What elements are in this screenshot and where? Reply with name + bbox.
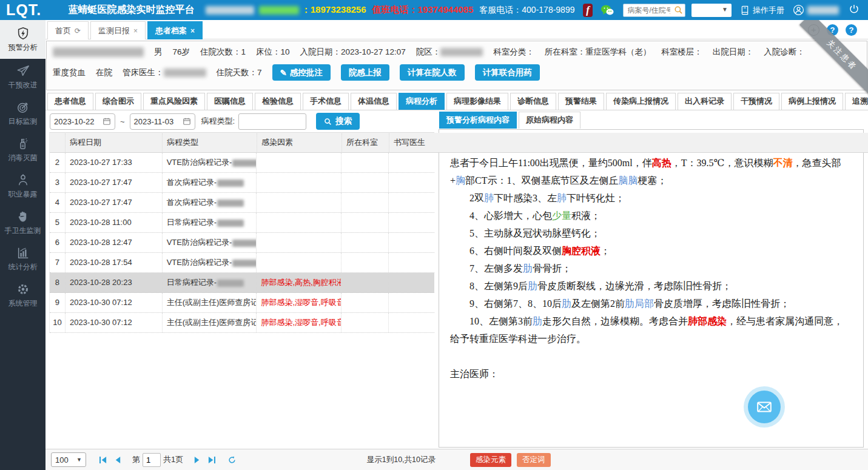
- course-text-line: [450, 347, 852, 365]
- cell-row-number: 5: [50, 213, 66, 232]
- close-icon[interactable]: ×: [190, 27, 195, 35]
- detail-tab-11[interactable]: 预警结果: [558, 93, 604, 110]
- table-row[interactable]: 92023-10-30 07:12主任(或副主任)医师查房记录肺部感染,湿啰音,…: [50, 293, 434, 313]
- detail-tab-15[interactable]: 病例上报情况: [781, 93, 843, 110]
- table-row[interactable]: 42023-10-27 17:47首次病程记录-: [50, 193, 434, 213]
- detail-tab-14[interactable]: 干预情况: [733, 93, 779, 110]
- page-number-input[interactable]: [143, 453, 161, 467]
- patient-field-2: 男: [154, 47, 163, 58]
- course-text: 5、主动脉及冠状动脉壁钙化；: [469, 228, 601, 238]
- search-button[interactable]: 搜索: [316, 113, 360, 130]
- sidebar-item-5[interactable]: 职业暴露: [0, 168, 45, 204]
- refresh-icon[interactable]: [227, 455, 237, 465]
- course-text: 积液；: [571, 210, 601, 221]
- keyword-blue: 肋: [523, 263, 533, 274]
- last-page-button[interactable]: [207, 456, 216, 464]
- detail-tab-8[interactable]: 病程分析: [399, 93, 445, 110]
- keyword-blue: 肺: [557, 193, 567, 203]
- sidebar-item-1[interactable]: 预警分析: [0, 20, 45, 59]
- cell-department: [341, 173, 389, 192]
- content-tab-2[interactable]: 原始病程内容: [519, 112, 580, 129]
- detail-tab-12[interactable]: 传染病上报情况: [606, 93, 676, 110]
- detail-tab-5[interactable]: 检验信息: [255, 93, 301, 110]
- user-menu[interactable]: [793, 4, 839, 16]
- header-dropdown[interactable]: ▼: [691, 4, 732, 17]
- table-row[interactable]: 82023-10-28 20:23日常病程记录-肺部感染,高热,胸腔积液: [50, 273, 434, 293]
- cell-doctor: [389, 153, 434, 172]
- detail-tab-9[interactable]: 病理影像结果: [446, 93, 508, 110]
- cell-doctor: [389, 233, 434, 252]
- cell-row-number: 4: [50, 193, 66, 212]
- keyword-blue: 胸: [456, 175, 465, 186]
- table-row[interactable]: 102023-10-30 07:12主任(或副主任)医师查房记录肺部感染,湿啰音…: [50, 313, 434, 333]
- detail-tab-3[interactable]: 重点风险因素: [143, 93, 205, 110]
- table-row[interactable]: 32023-10-27 17:47首次病程记录-: [50, 173, 434, 193]
- detail-tab-4[interactable]: 医嘱信息: [207, 93, 253, 110]
- cell-doctor: [389, 313, 434, 332]
- prev-page-button[interactable]: [114, 456, 122, 464]
- sidebar-item-4[interactable]: 消毒灭菌: [0, 132, 45, 168]
- table-row[interactable]: 72023-10-28 17:54VTE防治病程记录-: [50, 253, 434, 273]
- manual-button[interactable]: 操作手册: [740, 5, 784, 16]
- calc-combined-meds-button[interactable]: 计算联合用药: [475, 64, 540, 81]
- sidebar-item-2[interactable]: 干预改进: [0, 59, 45, 95]
- infection-elements-button[interactable]: 感染元素: [470, 453, 511, 467]
- nav-tab-2[interactable]: 监测日报×: [90, 21, 146, 39]
- nav-tab-1[interactable]: 首页⟳: [47, 21, 89, 39]
- cell-course-date: 2023-10-27 17:47: [66, 173, 163, 192]
- sidebar-item-7[interactable]: 统计分析: [0, 241, 45, 277]
- table-row[interactable]: 62023-10-28 12:47VTE防治病程记录-: [50, 233, 434, 253]
- table-row[interactable]: 52023-10-28 11:00日常病程记录-: [50, 213, 434, 233]
- date-to-picker[interactable]: 2023-11-03: [130, 113, 195, 130]
- cell-infection-factors: [257, 233, 341, 252]
- column-header: 病程类型: [163, 133, 257, 152]
- cell-infection-factors: 肺部感染,高热,胸腔积液: [257, 273, 341, 292]
- annotate-button[interactable]: ✎感控批注: [272, 64, 331, 81]
- detail-tab-13[interactable]: 出入科记录: [678, 93, 732, 110]
- negation-words-button[interactable]: 否定词: [517, 453, 551, 467]
- report-button[interactable]: 院感上报: [341, 64, 389, 81]
- refresh-icon[interactable]: ⟳: [75, 27, 81, 35]
- sidebar-item-8[interactable]: 系统管理: [0, 277, 45, 314]
- cell-department: [341, 213, 389, 232]
- redacted-header-label: [259, 6, 299, 15]
- sidebar: 预警分析干预改进目标监测消毒灭菌职业暴露手卫生监测统计分析系统管理: [0, 20, 45, 470]
- date-range-tilde: ~: [120, 117, 125, 126]
- wechat-icon[interactable]: [600, 3, 614, 18]
- search-icon[interactable]: [674, 5, 683, 16]
- next-page-button[interactable]: [193, 456, 201, 464]
- message-fab[interactable]: [748, 391, 781, 423]
- detail-tab-7[interactable]: 体温信息: [351, 93, 397, 110]
- detail-tab-2[interactable]: 综合图示: [95, 93, 141, 110]
- date-from-picker[interactable]: 2023-10-22: [50, 113, 115, 130]
- shield-bolt-icon: [16, 27, 30, 40]
- flash-icon[interactable]: f: [583, 4, 592, 17]
- nav-tab-label: 患者档案: [155, 25, 187, 36]
- help-icon-2[interactable]: ?: [846, 24, 857, 36]
- cell-department: [341, 293, 389, 312]
- cell-course-date: 2023-10-28 11:00: [66, 213, 163, 232]
- sidebar-item-6[interactable]: 手卫生监测: [0, 204, 45, 241]
- first-page-button[interactable]: [99, 456, 108, 464]
- course-type-input[interactable]: [238, 113, 306, 130]
- table-row[interactable]: 22023-10-27 17:33VTE防治病程记录-: [50, 153, 434, 173]
- detail-tab-1[interactable]: 患者信息: [47, 93, 93, 110]
- cell-infection-factors: 肺部感染,湿啰音,呼吸音粗: [257, 293, 341, 312]
- cell-infection-factors: [257, 193, 341, 212]
- course-text: 主治医师：: [450, 369, 499, 379]
- cell-row-number: 7: [50, 253, 66, 272]
- nav-tab-3[interactable]: 患者档案×: [147, 21, 203, 39]
- detail-tab-6[interactable]: 手术信息: [303, 93, 349, 110]
- app-header: LQT. 蓝蜻蜓医院感染实时监控平台 ：18973238256 值班电话：193…: [0, 0, 868, 20]
- logout-icon[interactable]: [849, 4, 860, 16]
- cell-course-type: VTE防治病程记录-: [163, 253, 257, 272]
- course-text: 10、左侧第3前: [469, 316, 533, 326]
- content-tab-1[interactable]: 预警分析病程内容: [439, 112, 517, 129]
- sidebar-item-3[interactable]: 目标监测: [0, 95, 45, 132]
- calc-inpatients-button[interactable]: 计算在院人数: [400, 64, 465, 81]
- detail-tab-10[interactable]: 诊断信息: [510, 93, 556, 110]
- detail-tab-16[interactable]: 追溯监测: [845, 93, 868, 110]
- course-list-pane: 2023-10-22 ~ 2023-11-03 病程类型: 搜索 病程日期病程类…: [45, 110, 439, 449]
- close-icon[interactable]: ×: [133, 27, 138, 35]
- page-size-select[interactable]: 100 ▼: [51, 452, 86, 467]
